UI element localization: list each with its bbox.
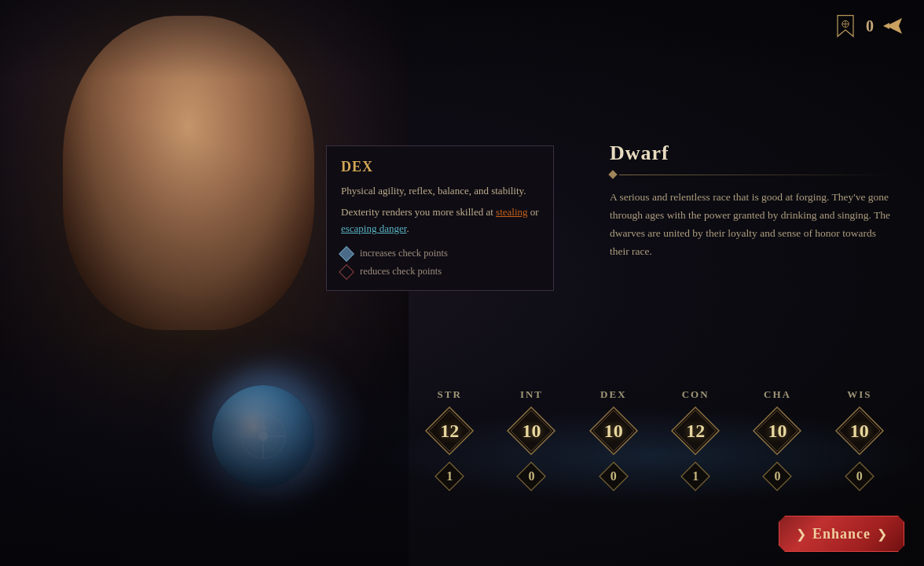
stat-badge-str: 1 [434,461,465,492]
tooltip-legend: increases check points reduces check poi… [341,248,539,277]
race-name: Dwarf [610,142,893,165]
arrow-svg [880,12,908,40]
legend-reduce: reduces check points [341,266,539,277]
stat-badge-number-cha: 0 [774,469,780,483]
dex-tooltip: DEX Physical agility, reflex, balance, a… [326,145,554,291]
stat-label-cha: CHA [764,388,791,401]
divider-diamond-icon [608,170,617,178]
stat-badge-cha: 0 [761,461,793,492]
race-panel: Dwarf A serious and relentless race that… [610,142,893,261]
stat-badge-number-wis: 0 [856,469,863,483]
stat-number-con: 12 [686,421,705,442]
stat-label-str: STR [438,388,462,401]
reduce-diamond-icon [339,264,354,280]
legend-reduce-label: reduces check points [360,266,442,277]
race-divider [610,171,893,178]
tooltip-title: DEX [341,159,539,175]
counter-badge: 0 [866,17,874,35]
stat-label-int: INT [520,388,543,401]
stat-badge-int: 0 [515,461,547,492]
increase-diamond-icon [339,246,354,262]
enhance-arrow-right-icon: ❯ [877,527,887,542]
stat-number-str: 12 [440,421,459,442]
stat-number-wis: 10 [850,421,869,442]
stat-value-dex: 10 [588,406,639,456]
stat-badge-number-con: 1 [692,469,698,483]
stats-area: STR 12 1 INT [409,388,900,503]
stat-col-dex: DEX 10 0 [578,388,649,492]
stat-col-int: INT 10 0 [496,388,566,492]
stat-value-str: 12 [424,406,475,456]
stat-badge-con: 1 [680,461,711,492]
stat-value-cha: 10 [752,406,802,456]
stat-col-str: STR 12 1 [414,388,485,492]
stat-value-wis: 10 [834,406,885,456]
legend-increase-label: increases check points [360,248,448,259]
stats-labels-row: STR 12 1 INT [409,388,900,492]
stat-col-con: CON 12 1 [660,388,731,492]
divider-line [619,175,893,175]
tooltip-punctuation: . [406,222,409,234]
stat-badge-number-int: 0 [528,469,534,483]
stat-badge-number-dex: 0 [610,469,617,483]
stat-number-cha: 10 [768,421,786,442]
stat-number-dex: 10 [604,421,623,442]
ui-layer: 0 DEX Physical agility, reflex, balance,… [0,0,924,566]
bookmark-svg [834,14,857,38]
tooltip-text-before: Dexterity renders you more skilled at [341,206,496,218]
stat-badge-dex: 0 [598,461,629,492]
enhance-button-label: Enhance [812,526,871,542]
stat-number-int: 10 [522,421,541,442]
top-right-controls: 0 [831,12,908,40]
stat-label-dex: DEX [600,388,626,401]
tooltip-mid: or [528,206,539,218]
stat-col-wis: WIS 10 0 [824,388,895,492]
tooltip-desc1: Physical agility, reflex, balance, and s… [341,183,539,200]
stat-value-con: 12 [670,406,720,456]
tooltip-highlight-escaping: escaping danger [341,222,406,234]
enhance-button[interactable]: ❯ Enhance ❯ [779,516,904,552]
stat-label-con: CON [682,388,710,401]
legend-increase: increases check points [341,248,539,259]
back-arrow-icon[interactable] [880,12,908,40]
bookmark-icon[interactable] [831,12,860,40]
stat-badge-wis: 0 [844,461,875,492]
tooltip-desc2: Dexterity renders you more skilled at st… [341,204,539,237]
stat-value-int: 10 [506,406,556,456]
tooltip-highlight-stealing: stealing [496,206,527,218]
stat-label-wis: WIS [847,388,871,401]
race-description: A serious and relentless race that is go… [610,189,893,261]
stat-col-cha: CHA 10 0 [742,388,812,492]
stat-badge-number-str: 1 [446,469,453,483]
enhance-arrow-left-icon: ❯ [796,527,806,542]
